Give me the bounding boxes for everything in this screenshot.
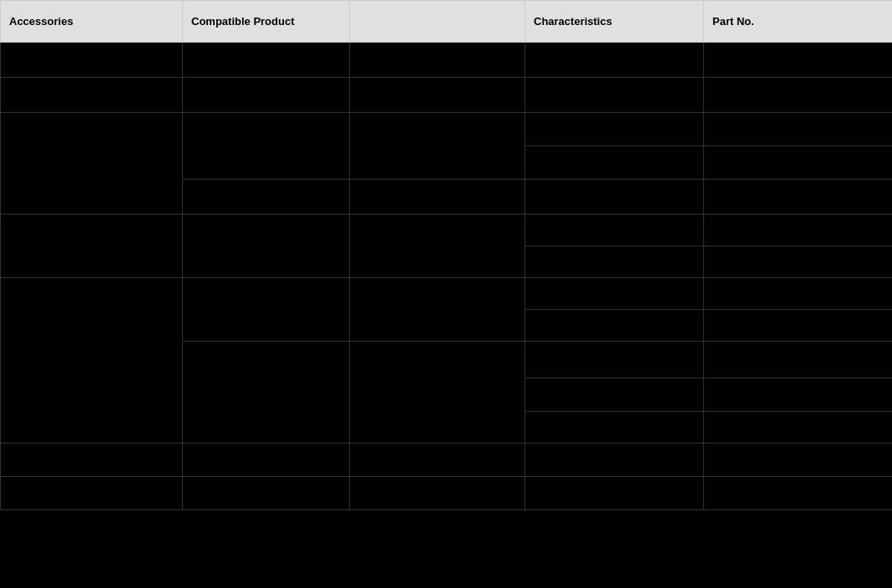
cell-extra xyxy=(350,444,525,477)
cell-compatible xyxy=(183,180,350,215)
cell-chars xyxy=(525,477,704,510)
cell-chars xyxy=(525,78,704,113)
header-part-no: Part No. xyxy=(704,1,893,43)
cell-accessories xyxy=(1,113,183,215)
cell-extra xyxy=(350,477,525,510)
cell-partno xyxy=(704,378,893,412)
cell-compatible xyxy=(183,278,350,342)
cell-chars xyxy=(525,246,704,278)
header-characteristics: Characteristics xyxy=(525,1,704,43)
cell-partno xyxy=(704,43,893,78)
header-accessories: Accessories xyxy=(1,1,183,43)
cell-extra xyxy=(350,180,525,215)
cell-compatible xyxy=(183,78,350,113)
cell-extra xyxy=(350,113,525,180)
cell-compatible xyxy=(183,342,350,444)
table-row xyxy=(1,278,893,310)
header-row: Accessories Compatible Product Character… xyxy=(1,1,893,43)
cell-accessories xyxy=(1,477,183,510)
cell-accessories xyxy=(1,78,183,113)
table-row xyxy=(1,215,893,246)
cell-compatible xyxy=(183,477,350,510)
cell-chars xyxy=(525,342,704,378)
cell-accessories xyxy=(1,444,183,477)
accessories-table: Accessories Compatible Product Character… xyxy=(0,0,892,510)
cell-accessories xyxy=(1,215,183,278)
cell-chars xyxy=(525,378,704,412)
cell-chars xyxy=(525,215,704,246)
cell-partno xyxy=(704,180,893,215)
header-compatible-product: Compatible Product xyxy=(183,1,350,43)
cell-chars xyxy=(525,113,704,146)
cell-extra xyxy=(350,78,525,113)
cell-extra xyxy=(350,278,525,342)
cell-chars xyxy=(525,180,704,215)
cell-compatible xyxy=(183,444,350,477)
table-row xyxy=(1,78,893,113)
cell-chars xyxy=(525,412,704,444)
cell-partno xyxy=(704,78,893,113)
cell-extra xyxy=(350,342,525,444)
cell-partno xyxy=(704,342,893,378)
table-row xyxy=(1,113,893,146)
cell-partno xyxy=(704,444,893,477)
cell-partno xyxy=(704,278,893,310)
cell-partno xyxy=(704,113,893,146)
table-row xyxy=(1,444,893,477)
table-row xyxy=(1,477,893,510)
cell-extra xyxy=(350,215,525,278)
cell-partno xyxy=(704,146,893,180)
main-table-container: Accessories Compatible Product Character… xyxy=(0,0,892,510)
cell-chars xyxy=(525,146,704,180)
table-row xyxy=(1,43,893,78)
cell-compatible xyxy=(183,215,350,278)
cell-accessories xyxy=(1,43,183,78)
cell-compatible xyxy=(183,113,350,180)
cell-partno xyxy=(704,477,893,510)
cell-extra xyxy=(350,43,525,78)
cell-chars xyxy=(525,278,704,310)
cell-partno xyxy=(704,215,893,246)
cell-compatible xyxy=(183,43,350,78)
cell-chars xyxy=(525,43,704,78)
cell-partno xyxy=(704,310,893,342)
cell-partno xyxy=(704,412,893,444)
header-extra xyxy=(350,1,525,43)
cell-chars xyxy=(525,444,704,477)
cell-chars xyxy=(525,310,704,342)
cell-accessories xyxy=(1,278,183,444)
cell-partno xyxy=(704,246,893,278)
